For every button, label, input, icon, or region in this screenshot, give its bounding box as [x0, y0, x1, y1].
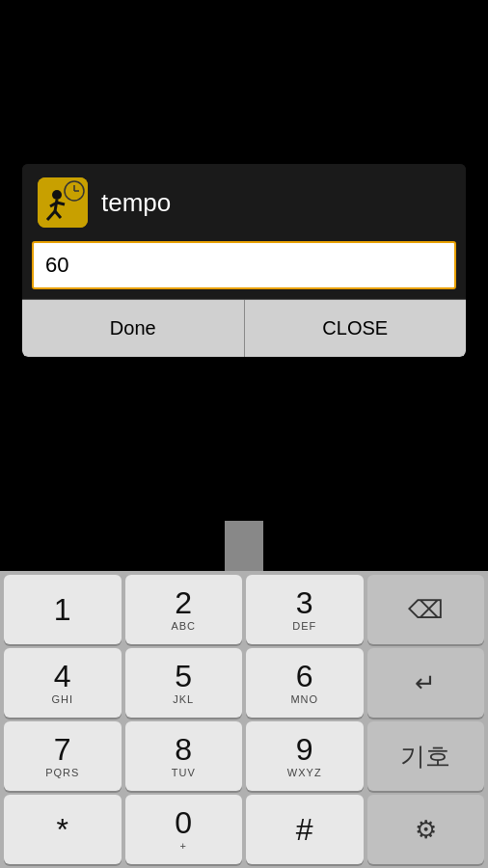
key-4[interactable]: 4GHI: [4, 648, 122, 718]
key-5[interactable]: 5JKL: [125, 648, 243, 718]
svg-line-5: [55, 200, 57, 211]
key-2[interactable]: 2ABC: [125, 575, 243, 644]
bpm-input[interactable]: [32, 241, 456, 289]
key-0[interactable]: 0+: [125, 795, 243, 864]
dialog-header: tempo: [22, 164, 466, 241]
keyboard: 12ABC3DEF⌫4GHI5JKL6MNO↵7PQRS8TUV9WXYZ기호*…: [0, 571, 488, 868]
key-1[interactable]: 1: [4, 575, 122, 644]
close-button[interactable]: CLOSE: [245, 300, 467, 357]
svg-point-4: [52, 190, 62, 200]
app-icon: [38, 177, 88, 228]
key--[interactable]: ⚙: [367, 795, 485, 864]
key-3[interactable]: 3DEF: [246, 575, 364, 644]
key--[interactable]: #: [246, 795, 364, 864]
key--[interactable]: ↵: [367, 648, 485, 718]
key--[interactable]: ⌫: [367, 575, 485, 644]
key-6[interactable]: 6MNO: [246, 648, 364, 718]
app-title: tempo: [101, 188, 171, 218]
dialog-area: tempo Done CLOSE: [0, 0, 488, 521]
dialog-buttons: Done CLOSE: [22, 299, 466, 357]
key-8[interactable]: 8TUV: [125, 721, 243, 791]
keyboard-row-3: *0+#⚙: [4, 795, 484, 864]
done-button[interactable]: Done: [22, 300, 245, 357]
input-area: [22, 241, 466, 299]
svg-line-9: [57, 203, 65, 204]
dialog: tempo Done CLOSE: [22, 164, 466, 357]
keyboard-row-0: 12ABC3DEF⌫: [4, 575, 484, 644]
key-9[interactable]: 9WXYZ: [246, 721, 364, 791]
key--[interactable]: *: [4, 795, 122, 864]
key-7[interactable]: 7PQRS: [4, 721, 122, 791]
keyboard-row-2: 7PQRS8TUV9WXYZ기호: [4, 721, 484, 791]
key---[interactable]: 기호: [367, 721, 485, 791]
keyboard-row-1: 4GHI5JKL6MNO↵: [4, 648, 484, 718]
